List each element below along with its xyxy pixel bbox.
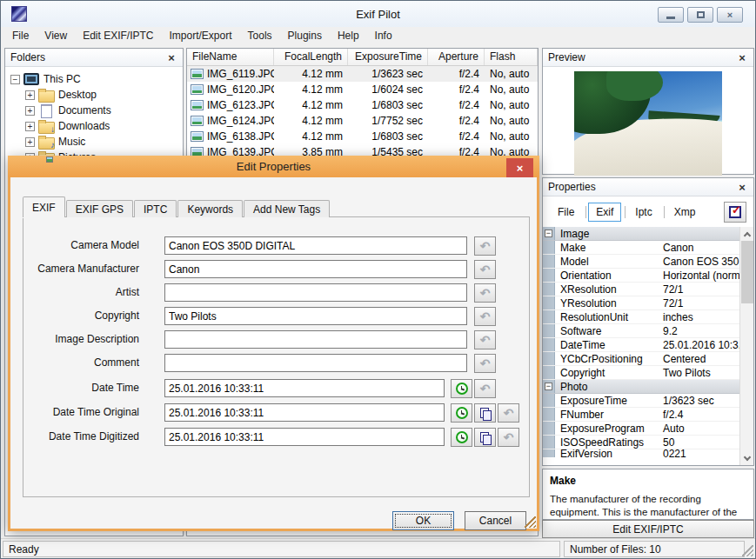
tree-item-downloads[interactable]: +↓Downloads bbox=[5, 118, 183, 134]
property-row[interactable]: ModelCanon EOS 350... bbox=[543, 255, 739, 269]
property-row[interactable]: XResolution72/1 bbox=[543, 283, 739, 296]
properties-close-icon[interactable]: × bbox=[736, 181, 748, 193]
minimize-button[interactable] bbox=[658, 7, 684, 23]
menu-item-plugins[interactable]: Plugins bbox=[280, 28, 330, 43]
tree-item-music[interactable]: +♪Music bbox=[5, 134, 183, 150]
property-row[interactable]: YCbCrPositioningCentered bbox=[543, 352, 739, 366]
tree-item-this-pc[interactable]: −This PC bbox=[5, 71, 183, 87]
table-row[interactable]: IMG_6123.JPG4.12 mm1/6803 secf/2.4No, au… bbox=[187, 97, 538, 113]
field-input-copyright[interactable] bbox=[164, 307, 467, 325]
undo-button[interactable]: ↶ bbox=[474, 307, 496, 326]
property-row[interactable]: Software9.2 bbox=[543, 324, 739, 338]
collapse-icon[interactable]: − bbox=[545, 383, 552, 390]
column-header-flash[interactable]: Flash bbox=[485, 49, 538, 65]
window-resize-grip[interactable] bbox=[742, 545, 753, 556]
menu-item-import-export[interactable]: Import/Export bbox=[162, 28, 240, 43]
folders-close-icon[interactable]: × bbox=[165, 51, 177, 63]
property-group-row[interactable]: −Photo bbox=[543, 380, 739, 394]
field-input-image-description[interactable] bbox=[164, 330, 467, 349]
undo-button[interactable]: ↶ bbox=[474, 236, 496, 256]
table-row[interactable]: IMG_6120.JPG4.12 mm1/6024 secf/2.4No, au… bbox=[187, 82, 538, 97]
properties-scrollbar[interactable] bbox=[739, 227, 753, 465]
column-header-filename[interactable]: FileName bbox=[187, 49, 274, 65]
property-row[interactable]: ResolutionUnitinches bbox=[543, 310, 739, 324]
undo-button[interactable]: ↶ bbox=[474, 330, 496, 349]
dialog-close-button[interactable]: × bbox=[506, 158, 533, 177]
dialog-resize-grip[interactable] bbox=[525, 516, 536, 528]
menu-item-file[interactable]: File bbox=[4, 28, 37, 43]
dialog-title-bar[interactable]: Edit Properties bbox=[8, 156, 539, 177]
dialog-tab-exif-gps[interactable]: EXIF GPS bbox=[66, 200, 133, 217]
field-input-date-time[interactable] bbox=[164, 379, 445, 397]
undo-button[interactable]: ↶ bbox=[474, 354, 496, 373]
tree-item-documents[interactable]: +Documents bbox=[5, 103, 183, 118]
property-row[interactable]: DateTime25.01.2016 10:3... bbox=[543, 338, 739, 352]
table-row[interactable]: IMG_6138.JPG4.12 mm1/6803 secf/2.4No, au… bbox=[187, 129, 538, 144]
column-header-aperture[interactable]: Aperture bbox=[428, 49, 485, 65]
copy-button[interactable] bbox=[474, 403, 496, 423]
field-input-date-time-digitized[interactable] bbox=[164, 428, 445, 446]
close-button[interactable]: × bbox=[717, 7, 743, 23]
property-group-row[interactable]: −Image bbox=[543, 227, 739, 241]
properties-tab-iptc[interactable]: Iptc bbox=[627, 203, 659, 222]
column-header-focallength[interactable]: FocalLength bbox=[274, 49, 348, 65]
properties-tab-file[interactable]: File bbox=[550, 203, 582, 222]
property-row[interactable]: ExifVersion0221 bbox=[543, 449, 739, 457]
undo-button[interactable]: ↶ bbox=[498, 428, 519, 447]
property-row[interactable]: YResolution72/1 bbox=[543, 296, 739, 310]
menu-item-help[interactable]: Help bbox=[330, 28, 367, 43]
copy-button[interactable] bbox=[474, 428, 496, 447]
tree-toggle-icon[interactable]: + bbox=[25, 106, 35, 116]
field-input-camera-manufacturer[interactable] bbox=[164, 260, 467, 278]
field-input-camera-model[interactable] bbox=[164, 236, 467, 255]
ok-button[interactable]: OK bbox=[392, 511, 454, 530]
scroll-down-icon[interactable] bbox=[740, 451, 753, 465]
field-input-artist[interactable] bbox=[164, 283, 467, 302]
properties-tab-xmp[interactable]: Xmp bbox=[666, 203, 704, 222]
dialog-tab-add-new-tags[interactable]: Add New Tags bbox=[244, 200, 330, 217]
table-row[interactable]: IMG_6124.JPG4.12 mm1/7752 secf/2.4No, au… bbox=[187, 113, 538, 129]
undo-button[interactable]: ↶ bbox=[474, 283, 496, 303]
table-row[interactable]: IMG_6119.JPG4.12 mm1/3623 secf/2.4No, au… bbox=[187, 66, 538, 82]
edit-properties-icon-button[interactable] bbox=[724, 202, 746, 223]
collapse-icon[interactable]: − bbox=[545, 230, 552, 237]
scroll-up-icon[interactable] bbox=[740, 227, 753, 241]
menu-item-info[interactable]: Info bbox=[367, 28, 400, 43]
property-row[interactable]: ExposureTime1/3623 sec bbox=[543, 394, 739, 408]
undo-button[interactable]: ↶ bbox=[474, 260, 496, 279]
cancel-button[interactable]: Cancel bbox=[465, 511, 526, 530]
menu-item-edit-exif-iptc[interactable]: Edit EXIF/IPTC bbox=[75, 28, 161, 43]
maximize-button[interactable] bbox=[687, 7, 713, 23]
field-input-comment[interactable] bbox=[164, 354, 467, 372]
preview-panel-title: Preview bbox=[548, 51, 736, 63]
undo-button[interactable]: ↶ bbox=[474, 379, 496, 398]
dialog-tab-iptc[interactable]: IPTC bbox=[134, 200, 177, 217]
tree-toggle-icon[interactable]: + bbox=[25, 90, 35, 100]
tree-item-desktop[interactable]: +Desktop bbox=[5, 87, 183, 103]
property-value: 25.01.2016 10:3... bbox=[659, 339, 739, 351]
clock-button[interactable] bbox=[451, 428, 472, 447]
undo-button[interactable]: ↶ bbox=[498, 403, 519, 423]
property-row[interactable]: CopyrightTwo Pilots bbox=[543, 366, 739, 380]
row-gutter bbox=[543, 283, 555, 296]
property-row[interactable]: ExposureProgramAuto bbox=[543, 422, 739, 436]
field-input-date-time-original[interactable] bbox=[164, 403, 445, 422]
tree-toggle-icon[interactable]: − bbox=[10, 75, 20, 84]
clock-button[interactable] bbox=[451, 403, 472, 423]
properties-tab-exif[interactable]: Exif bbox=[588, 203, 621, 222]
edit-exif-iptc-button[interactable]: Edit EXIF/IPTC bbox=[542, 520, 754, 538]
tree-toggle-icon[interactable]: + bbox=[25, 122, 35, 131]
tree-toggle-icon[interactable]: + bbox=[25, 137, 35, 147]
column-header-exposuretime[interactable]: ExposureTime bbox=[348, 49, 428, 65]
property-row[interactable]: OrientationHorizontal (normal) bbox=[543, 269, 739, 283]
clock-button[interactable] bbox=[451, 379, 472, 398]
property-row[interactable]: FNumberf/2.4 bbox=[543, 408, 739, 422]
property-row[interactable]: ISOSpeedRatings50 bbox=[543, 436, 739, 449]
menu-item-view[interactable]: View bbox=[37, 28, 75, 43]
dialog-tab-keywords[interactable]: Keywords bbox=[177, 200, 243, 217]
dialog-tab-exif[interactable]: EXIF bbox=[23, 196, 65, 217]
menu-item-tools[interactable]: Tools bbox=[240, 28, 280, 43]
property-row[interactable]: MakeCanon bbox=[543, 241, 739, 255]
scroll-thumb[interactable] bbox=[741, 241, 753, 303]
preview-close-icon[interactable]: × bbox=[736, 51, 748, 63]
